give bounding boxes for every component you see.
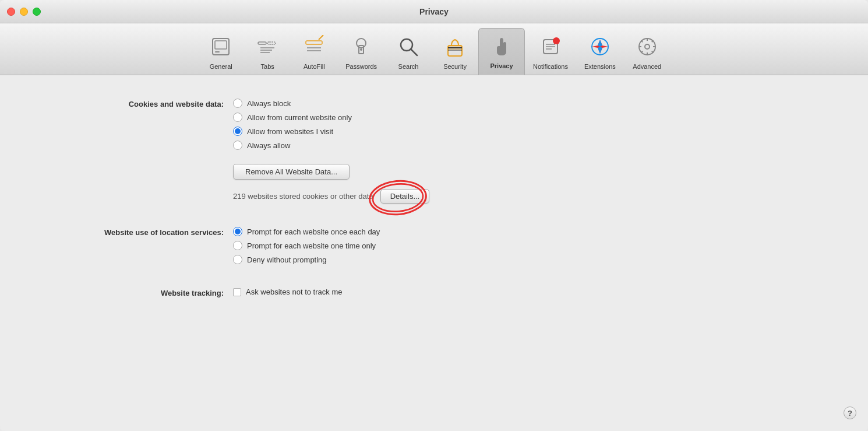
radio-prompt-day[interactable] (233, 227, 242, 236)
cookies-always-block[interactable]: Always block (233, 99, 429, 108)
svg-rect-2 (215, 51, 220, 52)
svg-rect-4 (267, 42, 276, 44)
tab-extensions[interactable]: Extensions (576, 29, 624, 75)
tracking-label: Website tracking: (35, 288, 233, 297)
maximize-button[interactable] (33, 8, 41, 16)
remove-button-row: Remove All Website Data... (233, 164, 429, 180)
svg-line-11 (319, 35, 323, 40)
section-gap-1 (35, 218, 833, 227)
stored-data-text: 219 websites stored cookies or other dat… (233, 192, 373, 201)
stored-data-row: 219 websites stored cookies or other dat… (233, 189, 429, 204)
tab-advanced[interactable]: Advanced (624, 29, 671, 75)
cookies-always-allow-label: Always allow (247, 141, 290, 150)
tab-tabs-label: Tabs (261, 63, 274, 70)
radio-prompt-once[interactable] (233, 241, 242, 250)
radio-always-allow[interactable] (233, 141, 242, 150)
tracking-ask-label: Ask websites not to track me (246, 288, 342, 296)
tab-autofill-label: AutoFill (304, 63, 325, 70)
tracking-row: Website tracking: Ask websites not to tr… (35, 288, 833, 297)
svg-point-22 (553, 37, 560, 44)
svg-point-31 (645, 44, 650, 49)
tab-extensions-label: Extensions (584, 63, 616, 70)
cookies-allow-visit-label: Allow from websites I visit (247, 127, 333, 136)
content-area: Cookies and website data: Always block A… (0, 75, 868, 431)
tab-security-label: Security (443, 63, 467, 70)
tab-tabs[interactable]: Tabs (244, 29, 291, 75)
location-deny-label: Deny without prompting (247, 255, 327, 264)
tab-general-label: General (210, 63, 232, 70)
help-button[interactable]: ? (844, 407, 856, 419)
cookies-allow-visit[interactable]: Allow from websites I visit (233, 127, 429, 136)
details-button[interactable]: Details... (380, 189, 430, 204)
radio-always-block[interactable] (233, 99, 242, 108)
svg-rect-1 (215, 41, 227, 49)
tab-notifications-label: Notifications (533, 63, 568, 70)
radio-deny[interactable] (233, 255, 242, 264)
window: Privacy General (0, 0, 868, 431)
tabs-icon (253, 33, 281, 61)
tab-passwords-label: Passwords (345, 63, 377, 70)
tracking-controls: Ask websites not to track me (233, 288, 342, 296)
location-prompt-day-label: Prompt for each website once each day (247, 227, 380, 236)
location-deny[interactable]: Deny without prompting (233, 255, 380, 264)
security-icon (441, 33, 469, 61)
location-controls: Prompt for each website once each day Pr… (233, 227, 380, 264)
radio-allow-visit[interactable] (233, 127, 242, 136)
details-button-wrapper: Details... (380, 189, 430, 204)
traffic-lights (7, 8, 41, 16)
tracking-checkbox[interactable] (233, 288, 241, 296)
cookies-row: Cookies and website data: Always block A… (35, 99, 833, 204)
remove-all-website-data-button[interactable]: Remove All Website Data... (233, 164, 350, 180)
passwords-icon (347, 33, 375, 61)
close-button[interactable] (7, 8, 15, 16)
search-icon (394, 33, 422, 61)
cookies-allow-current[interactable]: Allow from current website only (233, 113, 429, 122)
tab-general[interactable]: General (197, 29, 244, 75)
general-icon (207, 33, 235, 61)
tab-notifications[interactable]: Notifications (525, 29, 576, 75)
location-prompt-day[interactable]: Prompt for each website once each day (233, 227, 380, 236)
tab-advanced-label: Advanced (633, 63, 661, 70)
svg-point-12 (357, 38, 366, 48)
svg-marker-28 (598, 40, 602, 47)
window-title: Privacy (419, 7, 449, 16)
cookies-always-block-label: Always block (247, 99, 291, 108)
notifications-icon (537, 33, 564, 61)
tab-security[interactable]: Security (432, 29, 478, 75)
location-row: Website use of location services: Prompt… (35, 227, 833, 264)
advanced-icon (633, 33, 661, 61)
svg-rect-3 (258, 42, 266, 44)
tab-passwords[interactable]: Passwords (337, 29, 385, 75)
cookies-always-allow[interactable]: Always allow (233, 141, 429, 150)
privacy-icon (488, 32, 516, 60)
toolbar: General Tabs (0, 23, 868, 75)
location-label: Website use of location services: (35, 227, 233, 237)
location-prompt-once[interactable]: Prompt for each website one time only (233, 241, 380, 250)
tab-autofill[interactable]: AutoFill (291, 29, 337, 75)
tracking-checkbox-option[interactable]: Ask websites not to track me (233, 288, 342, 296)
section-gap-2 (35, 278, 833, 288)
tab-search[interactable]: Search (385, 29, 432, 75)
svg-point-14 (360, 48, 362, 51)
svg-line-16 (411, 49, 417, 55)
radio-allow-current[interactable] (233, 113, 242, 122)
tab-search-label: Search (398, 63, 419, 70)
svg-rect-8 (306, 41, 322, 44)
tab-privacy-label: Privacy (490, 62, 513, 69)
extensions-icon (586, 33, 614, 61)
cookies-allow-current-label: Allow from current website only (247, 113, 352, 122)
tab-privacy[interactable]: Privacy (478, 28, 525, 75)
autofill-icon (300, 33, 328, 61)
title-bar: Privacy (0, 0, 868, 23)
cookies-controls: Always block Allow from current website … (233, 99, 429, 204)
svg-marker-29 (598, 47, 602, 54)
cookies-label: Cookies and website data: (35, 99, 233, 108)
minimize-button[interactable] (20, 8, 28, 16)
location-prompt-once-label: Prompt for each website one time only (247, 241, 376, 250)
